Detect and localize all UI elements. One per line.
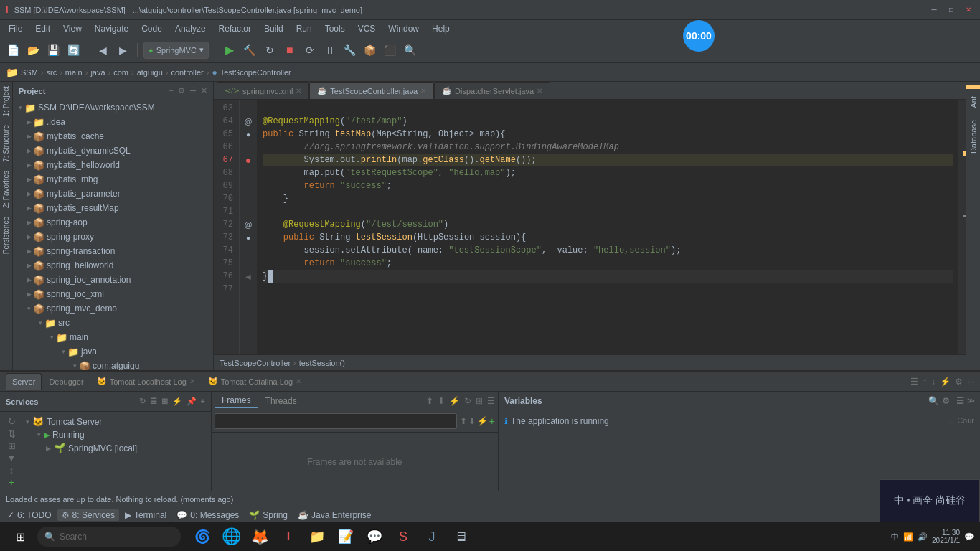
tree-item-spring-transaction[interactable]: ▶ 📦 spring-transaction: [13, 244, 213, 258]
sidebar-project-label[interactable]: 1: Project: [1, 82, 11, 121]
menu-view[interactable]: View: [57, 22, 88, 35]
vars-search-icon[interactable]: 🔍: [928, 396, 939, 406]
tree-item-mybatis-cache[interactable]: ▶ 📦 mybatis_cache: [13, 129, 213, 143]
services-icon-align2[interactable]: ⇅: [8, 428, 16, 439]
services-springmvc-item[interactable]: ▶ 🌱 SpringMVC [local]: [23, 441, 208, 455]
breadcrumb-class[interactable]: ●TestScopeController: [212, 67, 291, 77]
menu-vcs[interactable]: VCS: [352, 22, 382, 35]
status-tab-java-enterprise[interactable]: ☕ Java Enterprise: [293, 509, 375, 521]
sys-volume-icon[interactable]: 🔊: [918, 532, 928, 542]
taskbar-idea[interactable]: I: [275, 524, 301, 550]
breadcrumb-java[interactable]: java: [90, 68, 105, 77]
tree-item-spring-proxy[interactable]: ▶ 📦 spring-proxy: [13, 230, 213, 244]
maximize-button[interactable]: □: [946, 4, 957, 16]
services-align-icon[interactable]: ☰: [150, 397, 157, 406]
tree-item-idea[interactable]: ▶ 📁 .idea: [13, 115, 213, 129]
sidebar-persistence-label[interactable]: Persistence: [1, 212, 11, 258]
tree-item-java[interactable]: ▾ 📁 java: [13, 344, 213, 359]
tree-item-ssm[interactable]: ▾ 📁 SSM D:\IDEA\workspace\SSM: [13, 100, 213, 115]
frames-input[interactable]: [215, 413, 457, 429]
menu-tools[interactable]: Tools: [319, 22, 351, 35]
bottom-toolbar-down-icon[interactable]: ↓: [931, 377, 936, 387]
taskbar-search[interactable]: 🔍 Search: [37, 527, 181, 547]
taskbar-wechat[interactable]: 💬: [362, 524, 387, 550]
toolbar-open-button[interactable]: 📂: [24, 42, 42, 59]
frames-icon-4[interactable]: ↻: [464, 396, 471, 406]
menu-build[interactable]: Build: [258, 22, 289, 35]
tree-settings-icon[interactable]: ⚙: [178, 86, 185, 95]
menu-window[interactable]: Window: [382, 22, 425, 35]
services-icon-refresh[interactable]: ↻: [8, 416, 16, 427]
vars-right-icon[interactable]: ≫: [967, 397, 974, 405]
frames-tab[interactable]: Frames: [215, 394, 258, 408]
bottom-toolbar-filter-icon[interactable]: ⚡: [940, 377, 951, 387]
services-tomcat-item[interactable]: ▾ 🐱 Tomcat Server: [23, 415, 208, 428]
fold-icon-76[interactable]: ◀: [245, 273, 251, 281]
bottom-tab-debugger[interactable]: Debugger: [43, 373, 89, 390]
services-icon-add2[interactable]: +: [9, 477, 14, 488]
toolbar-save-button[interactable]: 💾: [44, 42, 62, 59]
services-refresh-icon[interactable]: ↻: [139, 397, 146, 406]
code-editor[interactable]: @RequestMapping("/test/map") public Stri…: [257, 100, 958, 354]
services-running-item[interactable]: ▾ ▶ Running: [23, 428, 208, 441]
toolbar-new-button[interactable]: 📄: [4, 42, 22, 59]
stop-button[interactable]: ■: [281, 42, 298, 59]
tab-close-catalina[interactable]: ✕: [296, 377, 301, 385]
right-database-label[interactable]: Database: [968, 114, 979, 159]
tree-item-mybatis-hello[interactable]: ▶ 📦 mybatis_helloworld: [13, 158, 213, 172]
tab-springmvc-xml[interactable]: ≺/≻ springmvc.xml ✕: [217, 82, 309, 99]
tree-item-spring-hello[interactable]: ▶ 📦 spring_helloworld: [13, 258, 213, 273]
breadcrumb-atguigu[interactable]: atguigu: [137, 68, 163, 77]
frames-icon-6[interactable]: ☰: [487, 396, 495, 406]
bottom-toolbar-align-icon[interactable]: ☰: [910, 377, 918, 387]
tree-item-mybatis-param[interactable]: ▶ 📦 mybatis_parameter: [13, 187, 213, 201]
bottom-toolbar-up-icon[interactable]: ↑: [923, 377, 927, 387]
services-ungroup-icon[interactable]: ⊞: [161, 397, 168, 406]
sys-network-icon[interactable]: 📶: [903, 532, 913, 542]
tree-item-src[interactable]: ▾ 📁 src: [13, 316, 213, 330]
sidebar-favorites-label[interactable]: 2: Favorites: [1, 166, 11, 212]
frames-icon-2[interactable]: ⬇: [438, 396, 445, 406]
tab-close-localhost[interactable]: ✕: [189, 377, 195, 385]
taskbar-app10[interactable]: 🖥: [448, 524, 473, 550]
tree-close-icon[interactable]: ✕: [201, 86, 207, 95]
menu-file[interactable]: File: [3, 22, 28, 35]
menu-help[interactable]: Help: [426, 22, 456, 35]
tree-item-com-atguigu[interactable]: ▾ 📦 com.atguigu: [13, 359, 213, 370]
taskbar-file-mgr[interactable]: 📁: [304, 524, 330, 550]
status-tab-todo[interactable]: ✓ 6: TODO: [3, 509, 56, 521]
breakpoint-icon-67[interactable]: ●: [245, 154, 251, 166]
menu-edit[interactable]: Edit: [29, 22, 56, 35]
frames-down-icon[interactable]: ⬇: [468, 416, 476, 426]
tab-close-2[interactable]: ✕: [420, 87, 426, 95]
tree-item-spring-ioc-xml[interactable]: ▶ 📦 spring_ioc_xml: [13, 287, 213, 301]
bottom-toolbar-more-icon[interactable]: ···: [967, 377, 974, 387]
toolbar-btn8[interactable]: 📦: [362, 42, 379, 59]
status-tab-spring[interactable]: 🌱 Spring: [245, 509, 292, 521]
frames-icon-5[interactable]: ⊞: [476, 396, 483, 406]
menu-run[interactable]: Run: [291, 22, 318, 35]
services-icon-filter2[interactable]: ▼: [7, 453, 17, 463]
right-ant-label[interactable]: Ant: [968, 90, 979, 114]
status-tab-terminal[interactable]: ▶ Terminal: [121, 509, 171, 521]
menu-analyze[interactable]: Analyze: [169, 22, 212, 35]
tree-item-mybatis-mbg[interactable]: ▶ 📦 mybatis_mbg: [13, 172, 213, 187]
tree-item-spring-mvc[interactable]: ▾ 📦 spring_mvc_demo: [13, 301, 213, 316]
tree-item-mybatis-dynamic[interactable]: ▶ 📦 mybatis_dynamicSQL: [13, 143, 213, 158]
sys-notification-icon[interactable]: 💬: [964, 532, 974, 542]
bottom-tab-tomcat-localhost[interactable]: 🐱 Tomcat Localhost Log ✕: [91, 373, 201, 390]
status-tab-messages[interactable]: 💬 0: Messages: [172, 509, 243, 521]
frames-icon-3[interactable]: ⚡: [449, 396, 460, 406]
vars-settings-icon[interactable]: ⚙: [942, 396, 950, 406]
close-button[interactable]: ✕: [963, 4, 974, 16]
vars-extra-icon[interactable]: ☰: [956, 396, 964, 406]
tree-item-main[interactable]: ▾ 📁 main: [13, 330, 213, 344]
tree-item-spring-aop[interactable]: ▶ 📦 spring-aop: [13, 215, 213, 230]
project-selector[interactable]: ● SpringMVC ▾: [143, 42, 209, 59]
tree-item-mybatis-result[interactable]: ▶ 📦 mybatis_resultMap: [13, 201, 213, 215]
tree-item-spring-ioc-ann[interactable]: ▶ 📦 spring_ioc_annotation: [13, 273, 213, 287]
toolbar-build-button[interactable]: 🔨: [241, 42, 258, 59]
breadcrumb-controller[interactable]: controller: [171, 68, 203, 77]
taskbar-cortana[interactable]: 🌀: [189, 524, 215, 550]
services-add-icon[interactable]: +: [201, 397, 205, 406]
